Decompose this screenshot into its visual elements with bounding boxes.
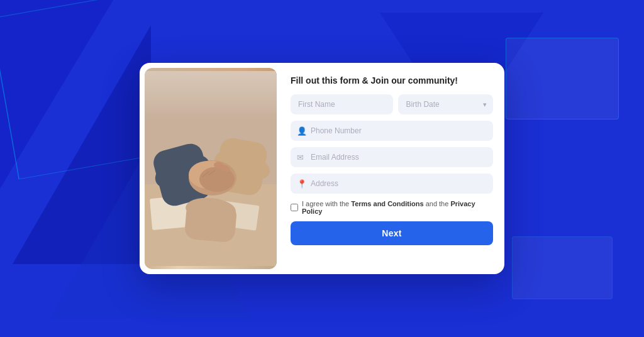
email-input[interactable] [291,147,493,167]
birth-date-wrapper: Birth Date 01/01/1990 01/01/1985 01/01/2… [398,94,493,114]
address-field-wrap: 📍 [291,174,493,194]
email-field-wrap: ✉ [291,147,493,167]
svg-rect-17 [184,201,238,243]
terms-link[interactable]: Terms and Conditions [351,200,423,207]
card-image-panel [145,68,277,269]
form-title: Fill out this form & Join our community! [291,75,493,86]
terms-row: I agree with the Terms and Conditions an… [291,200,493,215]
address-icon: 📍 [297,179,307,189]
form-panel: Fill out this form & Join our community!… [282,63,504,274]
phone-icon: 👤 [297,126,307,136]
bg-rect-bottom-right [512,236,613,299]
first-name-input[interactable] [291,94,393,114]
email-icon: ✉ [297,153,304,162]
svg-rect-20 [145,71,277,121]
hands-image [145,68,277,269]
birth-date-select[interactable]: Birth Date 01/01/1990 01/01/1985 01/01/2… [398,94,493,114]
registration-card: Fill out this form & Join our community!… [140,63,504,274]
phone-field-wrap: 👤 [291,121,493,141]
phone-input[interactable] [291,121,493,141]
next-button[interactable]: Next [291,221,493,245]
name-birth-row: Birth Date 01/01/1990 01/01/1985 01/01/2… [291,94,493,114]
terms-text: I agree with the Terms and Conditions an… [302,200,493,215]
bg-rect-top-right [506,38,619,119]
hands-illustration [145,68,277,269]
address-input[interactable] [291,174,493,194]
terms-checkbox[interactable] [291,204,298,211]
